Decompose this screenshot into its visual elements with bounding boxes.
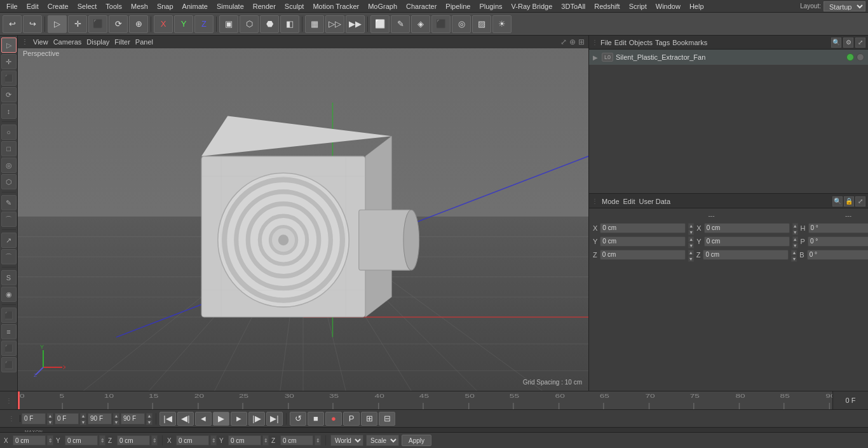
end-frame-input-1[interactable] <box>88 413 112 424</box>
coord-x2-spinner[interactable]: ▲ ▼ <box>792 223 798 233</box>
cb-x2-spin[interactable]: ⇕ <box>210 435 217 445</box>
frame-spinner-1[interactable]: ▲ ▼ <box>47 413 53 424</box>
prev-frame-button[interactable]: ◀| <box>177 412 194 426</box>
grid-button[interactable]: ⊞ <box>361 412 377 426</box>
coord-h-input[interactable] <box>808 223 868 233</box>
attr-menu-edit[interactable]: Edit <box>623 198 635 205</box>
cb-x-spin[interactable]: ⇕ <box>47 435 53 445</box>
menu-tools[interactable]: Tools <box>102 0 126 12</box>
light-button[interactable]: ☀ <box>492 15 512 33</box>
vp-menu-filter[interactable]: Filter <box>114 38 130 46</box>
vp-expand-icon[interactable]: ⤢ <box>560 37 567 46</box>
lt-extra2-btn[interactable]: ⬛ <box>1 357 17 372</box>
coord-x-size-input[interactable] <box>704 223 790 233</box>
rotate-tool-button[interactable]: ⟳ <box>109 15 128 33</box>
play-button[interactable]: ▶ <box>213 412 229 426</box>
menu-edit[interactable]: Edit <box>23 0 43 12</box>
attr-expand-icon[interactable]: ⤢ <box>855 196 865 207</box>
background-button[interactable]: ⬛ <box>431 15 451 33</box>
viewport[interactable]: ⋮ View Cameras Display Filter Panel ⤢ ⊕ … <box>18 36 588 391</box>
lt-floor-btn[interactable]: ⬛ <box>1 308 17 323</box>
scale-dropdown[interactable]: Scale <box>366 435 399 446</box>
lt-sculpt-btn[interactable]: ◉ <box>1 287 17 302</box>
menu-vray[interactable]: V-Ray Bridge <box>508 0 557 12</box>
obj-menu-objects[interactable]: Objects <box>629 39 653 46</box>
lt-pen-btn[interactable]: ✎ <box>1 195 17 210</box>
current-frame-input[interactable] <box>55 413 79 424</box>
menu-help[interactable]: Help <box>686 0 708 12</box>
coord-z-pos-input[interactable] <box>600 250 686 260</box>
menu-redshift[interactable]: Redshift <box>590 0 623 12</box>
end-frame-input-2[interactable] <box>121 413 145 424</box>
menu-plugins[interactable]: Plugins <box>475 0 506 12</box>
object-item[interactable]: ▶ L0 Silent_Plastic_Extractor_Fan <box>589 50 868 65</box>
edges-mode-button[interactable]: ⬣ <box>260 15 279 33</box>
cb-y2-input[interactable] <box>228 435 261 445</box>
coord-y-size-input[interactable] <box>704 236 790 247</box>
cb-z-input[interactable] <box>117 435 150 445</box>
apply-button[interactable]: Apply <box>402 435 431 446</box>
scale-tool-button[interactable]: ⬛ <box>88 15 107 33</box>
go-end-button[interactable]: ▶| <box>266 412 283 426</box>
vp-lock-icon[interactable]: ⊕ <box>569 37 576 46</box>
lt-null-btn[interactable]: ○ <box>1 125 17 140</box>
menu-3dtoall[interactable]: 3DToAll <box>557 0 589 12</box>
move-tool-button[interactable]: ✛ <box>68 15 87 33</box>
cb-y-spin[interactable]: ⇕ <box>99 435 105 445</box>
lt-sphere-btn[interactable]: ◎ <box>1 158 17 173</box>
z-axis-button[interactable]: Z <box>194 15 214 33</box>
lt-bezier-btn[interactable]: ⌒ <box>1 212 17 227</box>
menu-file[interactable]: File <box>3 0 22 12</box>
coord-y-pos-input[interactable] <box>600 236 686 247</box>
render-output-button[interactable]: ▶▶ <box>346 15 365 33</box>
preview-button[interactable]: P <box>343 412 360 426</box>
world-dropdown[interactable]: World <box>330 435 363 446</box>
start-frame-input[interactable] <box>22 413 46 424</box>
frame-spinner-3[interactable]: ▲ ▼ <box>113 413 119 424</box>
attr-lock-icon[interactable]: 🔒 <box>844 196 854 207</box>
cb-x2-input[interactable] <box>176 435 209 445</box>
lt-cube-btn[interactable]: □ <box>1 141 17 156</box>
select-tool-button[interactable]: ▷ <box>48 15 67 33</box>
menu-character[interactable]: Character <box>402 0 440 12</box>
env-button[interactable]: ◈ <box>411 15 430 33</box>
menu-script[interactable]: Script <box>625 0 651 12</box>
coord-x-spinner[interactable]: ▲ ▼ <box>688 223 694 233</box>
obj-menu-bookmarks[interactable]: Bookmarks <box>672 39 707 46</box>
obj-search-icon[interactable]: 🔍 <box>831 37 841 48</box>
lt-cylinder-btn[interactable]: ⬡ <box>1 174 17 189</box>
obj-menu-file[interactable]: File <box>600 39 612 46</box>
sky-button[interactable]: ✎ <box>391 15 410 33</box>
camera-button[interactable]: ▨ <box>472 15 491 33</box>
cb-y-input[interactable] <box>65 435 98 445</box>
coord-z-spinner[interactable]: ▲ ▼ <box>688 250 694 260</box>
coord-p-input[interactable] <box>808 236 868 247</box>
object-dot-gray[interactable] <box>857 53 864 61</box>
lt-box-btn[interactable]: ⬛ <box>1 71 17 86</box>
poly-mode-button[interactable]: ◧ <box>280 15 299 33</box>
menu-mograph[interactable]: MoGraph <box>364 0 401 12</box>
object-dot-green[interactable] <box>846 53 854 61</box>
menu-motion-tracker[interactable]: Motion Tracker <box>309 0 363 12</box>
undo-button[interactable]: ↩ <box>3 15 22 33</box>
lt-scale-btn[interactable]: ↕ <box>1 104 17 119</box>
redo-button[interactable]: ↪ <box>23 15 42 33</box>
next-frame-button[interactable]: |▶ <box>248 412 265 426</box>
prev-keyframe-button[interactable]: ◀ <box>195 412 212 426</box>
menu-animate[interactable]: Animate <box>179 0 212 12</box>
lt-bend-btn[interactable]: ↗ <box>1 233 17 248</box>
x-axis-button[interactable]: X <box>154 15 173 33</box>
menu-snap[interactable]: Snap <box>153 0 177 12</box>
menu-create[interactable]: Create <box>44 0 72 12</box>
coord-z2-spinner[interactable]: ▲ ▼ <box>791 250 797 260</box>
coord-y-spinner[interactable]: ▲ ▼ <box>688 236 694 247</box>
render-view-button[interactable]: ▷▷ <box>325 15 344 33</box>
timeline-ruler[interactable]: 0 5 10 15 20 25 30 35 40 <box>18 391 832 409</box>
lt-rotate-btn[interactable]: ⟳ <box>1 87 17 102</box>
attr-search-icon[interactable]: 🔍 <box>832 196 843 207</box>
cb-z-spin[interactable]: ⇕ <box>151 435 158 445</box>
menu-render[interactable]: Render <box>249 0 280 12</box>
coord-b-input[interactable] <box>807 250 868 260</box>
go-start-button[interactable]: |◀ <box>159 412 176 426</box>
menu-pipeline[interactable]: Pipeline <box>442 0 474 12</box>
